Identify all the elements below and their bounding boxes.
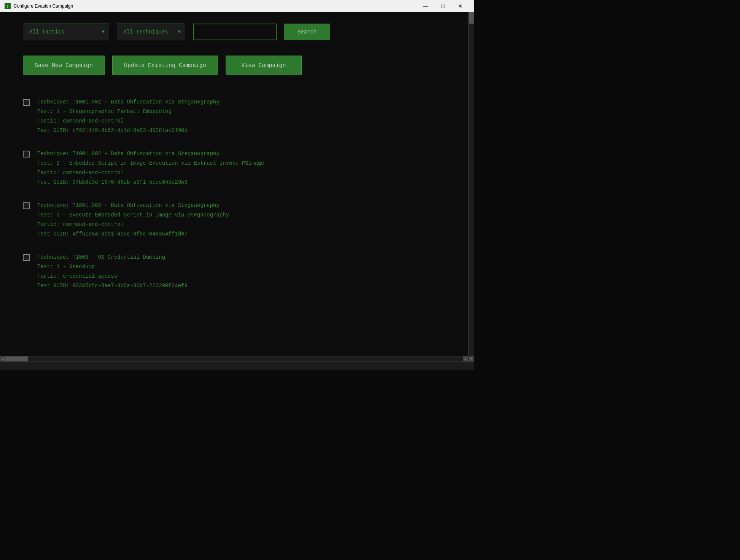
save-new-campaign-button[interactable]: Save New Campaign	[23, 56, 105, 75]
results-list: Technique: T1001.002 - Data Obfuscation …	[23, 91, 451, 298]
result-line: Technique: T1001.002 - Data Obfuscation …	[37, 98, 220, 106]
result-text: Technique: T1001.002 - Data Obfuscation …	[37, 98, 220, 135]
techniques-dropdown[interactable]: All Techniques	[117, 24, 185, 40]
update-existing-campaign-button[interactable]: Update Existing Campaign	[112, 56, 218, 75]
result-text: Technique: T1003 - OS Credential Dumping…	[37, 253, 188, 290]
scroll-thumb-vertical[interactable]	[469, 12, 474, 24]
result-line: Tactic: command-and-control	[37, 221, 229, 229]
result-line: Technique: T1001.002 - Data Obfuscation …	[37, 150, 264, 158]
result-line: Technique: T1001.002 - Data Obfuscation …	[37, 202, 229, 210]
search-input[interactable]	[193, 24, 277, 40]
result-line: Test GUID: 96345bfc-8ae7-4b6a-80b7-22320…	[37, 282, 188, 290]
result-line: Test: 2 - Embedded Script in Image Execu…	[37, 159, 264, 167]
minimize-button[interactable]: —	[417, 0, 434, 12]
scroll-down-arrow[interactable]: ▼	[469, 356, 474, 361]
result-line: Tactic: credential-access	[37, 272, 188, 280]
list-item: Technique: T1001.002 - Data Obfuscation …	[23, 194, 451, 246]
window-controls: — □ ✕	[417, 0, 469, 12]
result-text: Technique: T1001.002 - Data Obfuscation …	[37, 202, 229, 238]
tactics-dropdown-wrapper: All Tacticscommand-and-controlcredential…	[23, 24, 109, 40]
close-button[interactable]: ✕	[452, 0, 469, 12]
result-line: Test: 1 - Gsecdump	[37, 263, 188, 271]
result-checkbox[interactable]	[23, 99, 30, 106]
app-icon: ❯	[5, 3, 11, 9]
tactics-dropdown[interactable]: All Tacticscommand-and-controlcredential…	[23, 24, 109, 40]
main-content: All Tacticscommand-and-controlcredential…	[0, 12, 474, 361]
result-line: Tactic: command-and-control	[37, 169, 264, 177]
result-line: Test GUID: 04bb8e3d-1670-46ab-a3f1-5cee6…	[37, 178, 264, 186]
search-button[interactable]: Search	[284, 24, 330, 40]
list-item: Technique: T1001.002 - Data Obfuscation …	[23, 91, 451, 142]
result-checkbox[interactable]	[23, 254, 30, 261]
view-campaign-button[interactable]: View Campaign	[226, 56, 302, 75]
result-checkbox[interactable]	[23, 202, 30, 209]
result-text: Technique: T1001.002 - Data Obfuscation …	[37, 150, 264, 186]
result-line: Test: 3 - Execute Embedded Script in Ima…	[37, 211, 229, 219]
maximize-button[interactable]: □	[434, 0, 452, 12]
status-bar	[0, 361, 474, 370]
horizontal-scrollbar: ◀ ▶	[0, 356, 468, 361]
toolbar: All Tacticscommand-and-controlcredential…	[23, 24, 451, 40]
result-line: Test GUID: c7921449-8b62-4c4d-8a83-d9281…	[37, 127, 220, 135]
result-line: Test GUID: 4ff61684-ad91-405c-9fbc-04835…	[37, 230, 229, 238]
vertical-scrollbar: ▲ ▼	[468, 12, 474, 361]
scroll-right-arrow[interactable]: ▶	[463, 356, 468, 361]
list-item: Technique: T1001.002 - Data Obfuscation …	[23, 142, 451, 194]
scroll-thumb-horizontal[interactable]	[5, 356, 28, 361]
window-title: Configure Evasion Campaign	[14, 3, 414, 9]
result-line: Test: 1 - Steganographic Tarball Embeddi…	[37, 108, 220, 116]
result-line: Technique: T1003 - OS Credential Dumping	[37, 253, 188, 261]
techniques-dropdown-wrapper: All Techniques ▼	[117, 24, 185, 40]
scroll-left-arrow[interactable]: ◀	[0, 356, 5, 361]
result-checkbox[interactable]	[23, 151, 30, 158]
campaign-buttons: Save New Campaign Update Existing Campai…	[23, 56, 451, 75]
result-line: Tactic: command-and-control	[37, 117, 220, 125]
list-item: Technique: T1003 - OS Credential Dumping…	[23, 246, 451, 298]
title-bar: ❯ Configure Evasion Campaign — □ ✕	[0, 0, 474, 12]
